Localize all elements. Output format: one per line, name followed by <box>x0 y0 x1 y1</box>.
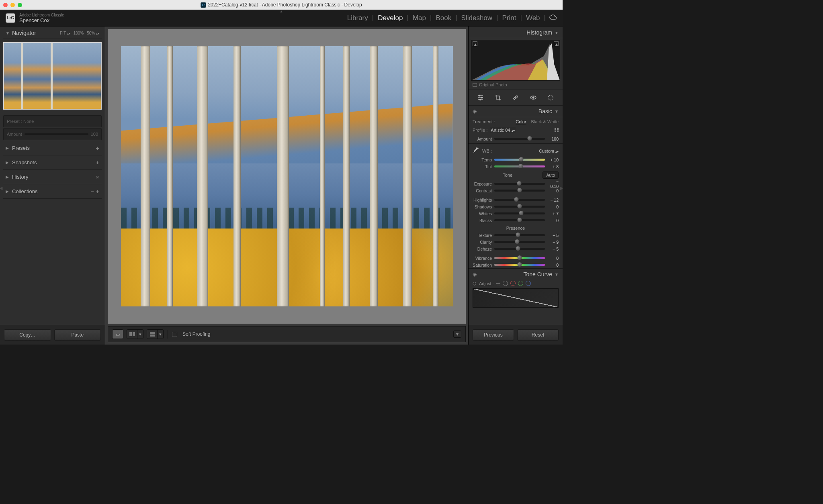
profile-row: Profile : Artistic 04 ▴▾ <box>469 126 563 135</box>
image-canvas[interactable] <box>121 46 453 306</box>
image-canvas-wrap <box>108 29 466 324</box>
curve-green-button[interactable] <box>518 281 523 286</box>
shadows-slider[interactable]: Shadows0 <box>469 203 563 210</box>
zoom-50[interactable]: 50% ▴▾ <box>87 31 99 35</box>
disclosure-right-icon: ▶ <box>6 146 9 150</box>
healing-icon[interactable] <box>511 93 520 102</box>
texture-slider[interactable]: Texture− 5 <box>469 232 563 239</box>
navigator-header[interactable]: ▼Navigator FIT ▴▾ 100% 50% ▴▾ <box>3 27 102 39</box>
svg-point-14 <box>548 95 553 100</box>
window-title: Lr 2022+Catalog-v12.lrcat - Adobe Photos… <box>201 2 362 8</box>
svg-rect-2 <box>150 332 155 334</box>
profile-browser-icon[interactable] <box>555 128 559 132</box>
reset-button[interactable]: Reset <box>517 329 559 341</box>
panel-toggle-icon[interactable]: ◉ <box>473 271 477 277</box>
curve-red-button[interactable] <box>510 281 516 286</box>
before-after-tb-menu-button[interactable]: ▾ <box>158 330 163 339</box>
profile-select[interactable]: Artistic 04 ▴▾ <box>490 127 515 133</box>
tone-curve-adjust-row: ◎ Adjust : ⬚ <box>469 279 563 288</box>
svg-rect-1 <box>133 332 135 336</box>
cloud-sync-icon[interactable] <box>549 14 557 22</box>
crop-icon[interactable] <box>493 93 502 102</box>
module-web[interactable]: Web <box>522 14 544 22</box>
module-library[interactable]: Library <box>343 14 372 22</box>
contrast-slider[interactable]: Contrast0 <box>469 187 563 194</box>
dehaze-slider[interactable]: Dehaze− 5 <box>469 245 563 252</box>
curve-param-icon[interactable]: ⬚ <box>496 281 500 286</box>
white-balance-row: WB : Custom ▴▾ <box>469 145 563 156</box>
preset-preview-name: Preset : None <box>3 115 102 127</box>
clarity-slider[interactable]: Clarity− 9 <box>469 239 563 245</box>
module-develop[interactable]: Develop <box>374 14 407 22</box>
app-icon: Lr <box>201 2 206 8</box>
module-map[interactable]: Map <box>409 14 430 22</box>
histogram-header[interactable]: Histogram▼ <box>469 27 563 38</box>
tone-curve-header[interactable]: ◉ Tone Curve▼ <box>469 268 563 279</box>
wb-preset-select[interactable]: Custom ▴▾ <box>539 149 559 153</box>
left-panel: ▼Navigator FIT ▴▾ 100% 50% ▴▾ Preset : N… <box>0 27 105 345</box>
module-picker: Library| Develop| Map| Book| Slideshow| … <box>343 14 557 22</box>
tone-curve-graph[interactable] <box>473 288 559 308</box>
curve-rgb-button[interactable] <box>503 281 508 286</box>
edit-sliders-icon[interactable] <box>476 93 485 102</box>
window-close-button[interactable] <box>3 3 8 7</box>
loupe-view-button[interactable]: ▭ <box>113 330 123 339</box>
histogram-display[interactable]: ▲ ▲ <box>471 40 560 81</box>
auto-tone-button[interactable]: Auto <box>543 171 559 179</box>
zoom-fit[interactable]: FIT ▴▾ <box>60 31 70 35</box>
temp-slider[interactable]: Temp+ 10 <box>469 156 563 163</box>
paste-settings-button[interactable]: Paste <box>54 329 101 341</box>
original-photo-toggle[interactable]: Original Photo <box>469 81 563 90</box>
treatment-bw[interactable]: Black & White <box>531 119 559 124</box>
panel-collapse-top-icon[interactable]: ▲ <box>280 9 283 13</box>
masking-icon[interactable] <box>546 93 555 102</box>
wb-eyedropper-icon[interactable] <box>473 147 479 155</box>
collections-panel-header[interactable]: ▶Collections − + <box>3 184 102 199</box>
right-panel-collapse-icon[interactable]: ▶ <box>560 186 563 191</box>
window-minimize-button[interactable] <box>10 3 15 7</box>
vibrance-slider[interactable]: Vibrance0 <box>469 255 563 261</box>
add-snapshot-icon[interactable]: + <box>96 159 99 166</box>
before-after-menu-button[interactable]: ▾ <box>137 330 143 339</box>
curve-blue-button[interactable] <box>526 281 531 286</box>
collections-actions-icon[interactable]: − + <box>90 188 99 195</box>
before-after-lr-button[interactable] <box>127 330 137 339</box>
exposure-slider[interactable]: Exposure− 0.10 <box>469 180 563 187</box>
soft-proofing-checkbox[interactable] <box>172 332 177 337</box>
window-zoom-button[interactable] <box>18 3 22 7</box>
treatment-row: Treatment : Color Black & White <box>469 117 563 126</box>
panel-toggle-icon[interactable]: ◉ <box>473 108 477 114</box>
previous-button[interactable]: Previous <box>473 329 514 341</box>
before-after-tb-button[interactable] <box>147 330 158 339</box>
module-book[interactable]: Book <box>432 14 455 22</box>
presence-section-label: Presence <box>469 224 563 232</box>
svg-rect-0 <box>129 332 132 336</box>
whites-slider[interactable]: Whites+ 7 <box>469 210 563 217</box>
module-print[interactable]: Print <box>498 14 520 22</box>
profile-amount-slider[interactable]: Amount 100 <box>469 135 563 142</box>
presets-panel-header[interactable]: ▶Presets + <box>3 141 102 155</box>
snapshots-panel-header[interactable]: ▶Snapshots + <box>3 155 102 170</box>
navigator-thumbnail[interactable] <box>3 42 102 110</box>
saturation-slider[interactable]: Saturation0 <box>469 261 563 268</box>
highlights-slider[interactable]: Highlights− 12 <box>469 196 563 203</box>
toolbar-contents-menu[interactable]: ▾ <box>453 331 461 338</box>
add-preset-icon[interactable]: + <box>96 145 99 151</box>
center-view: ▭ ▾ ▾ Soft Proofing ▾ <box>105 27 468 345</box>
clear-history-icon[interactable]: × <box>96 173 99 180</box>
soft-proofing-label: Soft Proofing <box>182 331 210 337</box>
zoom-100[interactable]: 100% <box>74 31 84 35</box>
blacks-slider[interactable]: Blacks0 <box>469 217 563 224</box>
identity-plate[interactable]: LrC Adobe Lightroom Classic Spencer Cox <box>6 13 64 23</box>
redeye-icon[interactable] <box>529 93 538 102</box>
treatment-color[interactable]: Color <box>516 119 526 124</box>
tint-slider[interactable]: Tint+ 8 <box>469 163 563 170</box>
module-slideshow[interactable]: Slideshow <box>457 14 497 22</box>
basic-panel-header[interactable]: ◉ Basic▼ <box>469 106 563 117</box>
disclosure-right-icon: ▶ <box>6 175 9 179</box>
copy-settings-button[interactable]: Copy… <box>4 329 51 341</box>
left-panel-collapse-icon[interactable]: ◀ <box>0 186 2 191</box>
target-adjust-icon[interactable]: ◎ <box>473 281 477 286</box>
history-panel-header[interactable]: ▶History × <box>3 170 102 184</box>
disclosure-down-icon: ▼ <box>6 31 10 35</box>
